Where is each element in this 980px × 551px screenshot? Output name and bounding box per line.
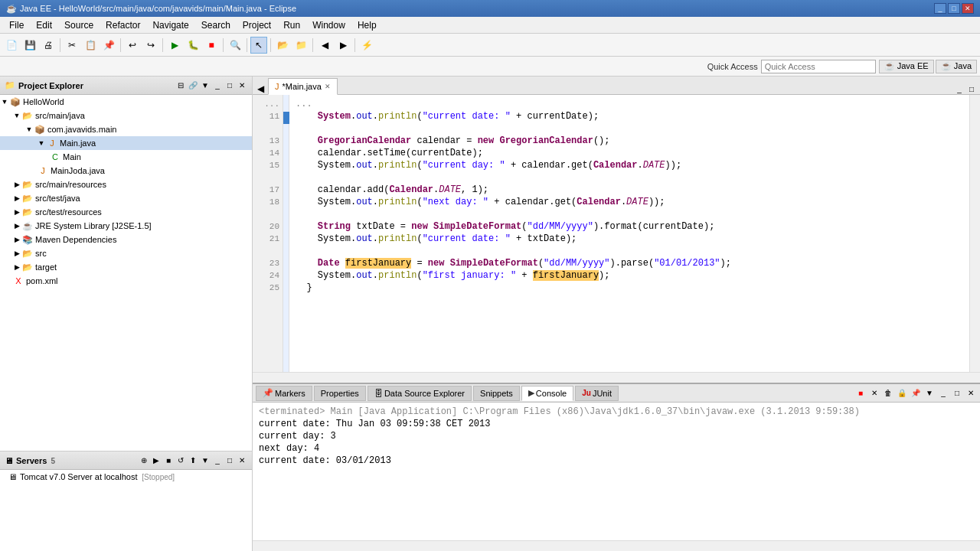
maximize-button[interactable]: □ [948, 3, 960, 14]
search-button[interactable]: 🔍 [227, 37, 243, 54]
tree-item-helloworld[interactable]: ▼ 📦 HelloWorld [0, 95, 252, 109]
tab-close-button[interactable]: ✕ [325, 83, 331, 90]
restart-server-button[interactable]: ↺ [175, 455, 186, 466]
save-button[interactable]: 💾 [21, 37, 38, 54]
prev-edit-button[interactable]: ◀ [316, 37, 333, 54]
collapse-all-button[interactable]: ⊟ [175, 80, 186, 91]
tree-item-com-javavids[interactable]: ▼ 📦 com.javavids.main [0, 122, 252, 136]
perspective-javaee[interactable]: ☕ Java EE [879, 60, 934, 73]
maximize-explorer-button[interactable]: □ [224, 80, 235, 91]
minimize-explorer-button[interactable]: _ [212, 80, 223, 91]
project-tree[interactable]: ▼ 📦 HelloWorld ▼ 📂 src/main/java ▼ 📦 [0, 95, 252, 451]
servers-menu-button[interactable]: ▼ [200, 455, 211, 466]
tree-item-pom[interactable]: X pom.xml [0, 274, 252, 288]
open-resource-button[interactable]: 📁 [292, 37, 309, 54]
explorer-menu-button[interactable]: ▼ [200, 80, 211, 91]
toggle-jre[interactable]: ▶ [12, 221, 21, 230]
menu-help[interactable]: Help [351, 17, 383, 34]
editor-back-button[interactable]: ◀ [253, 83, 268, 94]
tree-item-src-main-java[interactable]: ▼ 📂 src/main/java [0, 109, 252, 122]
toggle-maven[interactable]: ▶ [12, 235, 21, 244]
minimize-console-button[interactable]: _ [937, 387, 949, 399]
menu-source[interactable]: Source [58, 17, 100, 34]
toggle-src-main-resources[interactable]: ▶ [12, 180, 21, 189]
tree-item-src-test-resources[interactable]: ▶ 📂 src/test/resources [0, 205, 252, 219]
console-hscroll[interactable] [253, 540, 980, 551]
horizontal-scrollbar[interactable] [253, 372, 980, 383]
stop-server-button[interactable]: ■ [163, 455, 174, 466]
toggle-src-main-java[interactable]: ▼ [12, 111, 21, 120]
tree-item-src-main-resources[interactable]: ▶ 📂 src/main/resources [0, 178, 252, 191]
new-server-button[interactable]: ⊕ [139, 455, 149, 466]
toggle-com-javavids[interactable]: ▼ [24, 125, 34, 134]
clear-console-button[interactable]: 🗑 [882, 387, 894, 399]
print-button[interactable]: 🖨 [40, 37, 57, 54]
next-annot-button[interactable]: ⚡ [358, 37, 375, 54]
servers-tree[interactable]: 🖥 Tomcat v7.0 Server at localhost [Stopp… [0, 470, 252, 551]
toggle-main-java[interactable]: ▼ [37, 139, 46, 148]
server-tomcat[interactable]: 🖥 Tomcat v7.0 Server at localhost [Stopp… [0, 470, 252, 484]
close-button[interactable]: ✕ [962, 3, 974, 14]
toggle-helloworld[interactable]: ▼ [0, 97, 9, 106]
menu-search[interactable]: Search [195, 17, 237, 34]
tab-junit[interactable]: Ju JUnit [575, 386, 619, 401]
tab-main-java[interactable]: J *Main.java ✕ [268, 78, 338, 95]
run-button[interactable]: ▶ [166, 37, 183, 54]
tab-snippets[interactable]: Snippets [473, 386, 520, 401]
close-explorer-button[interactable]: ✕ [237, 80, 247, 91]
close-console-button[interactable]: ✕ [965, 387, 977, 399]
tree-item-main-class[interactable]: C Main [0, 150, 252, 164]
maximize-console-button[interactable]: □ [951, 387, 963, 399]
toggle-src-test-java[interactable]: ▶ [12, 194, 21, 203]
tab-console[interactable]: ▶ Console [521, 386, 573, 401]
cut-button[interactable]: ✂ [64, 37, 80, 54]
menu-navigate[interactable]: Navigate [146, 17, 194, 34]
next-edit-button[interactable]: ▶ [335, 37, 351, 54]
maximize-editor-button[interactable]: □ [966, 83, 977, 94]
publish-button[interactable]: ⬆ [188, 455, 198, 466]
terminate-button[interactable]: ■ [854, 387, 867, 399]
stop-button[interactable]: ■ [203, 37, 220, 54]
console-view-menu[interactable]: ▼ [923, 387, 936, 399]
redo-button[interactable]: ↪ [142, 37, 159, 54]
undo-button[interactable]: ↩ [124, 37, 141, 54]
window-controls[interactable]: _ □ ✕ [934, 3, 974, 14]
menu-file[interactable]: File [3, 17, 30, 34]
new-button[interactable]: 📄 [3, 37, 20, 54]
pin-button[interactable]: 📌 [910, 387, 922, 399]
toggle-src-test-resources[interactable]: ▶ [12, 207, 21, 217]
toggle-target[interactable]: ▶ [12, 262, 21, 272]
menu-edit[interactable]: Edit [30, 17, 58, 34]
start-server-button[interactable]: ▶ [151, 455, 162, 466]
minimize-servers-button[interactable]: _ [212, 455, 223, 466]
copy-button[interactable]: 📋 [82, 37, 99, 54]
tab-markers[interactable]: 📌 Markers [256, 386, 312, 401]
tab-datasource[interactable]: 🗄 Data Source Explorer [368, 386, 472, 401]
tab-properties[interactable]: Properties [314, 386, 366, 401]
close-servers-button[interactable]: ✕ [237, 455, 247, 466]
menu-window[interactable]: Window [306, 17, 351, 34]
quickaccess-input[interactable] [761, 60, 876, 73]
minimize-button[interactable]: _ [934, 3, 946, 14]
minimize-editor-button[interactable]: _ [954, 83, 965, 94]
tree-item-maven[interactable]: ▶ 📚 Maven Dependencies [0, 233, 252, 246]
open-type-button[interactable]: 📂 [274, 37, 291, 54]
tree-item-mainjoda[interactable]: J MainJoda.java [0, 164, 252, 178]
debug-button[interactable]: 🐛 [185, 37, 201, 54]
paste-button[interactable]: 📌 [100, 37, 117, 54]
menu-run[interactable]: Run [277, 17, 306, 34]
perspective-java[interactable]: ☕ Java [936, 60, 977, 73]
toggle-src[interactable]: ▶ [12, 249, 21, 258]
tree-item-main-java[interactable]: ▼ J Main.java [0, 136, 252, 150]
cursor-button[interactable]: ↖ [250, 37, 267, 54]
tree-item-src-test-java[interactable]: ▶ 📂 src/test/java [0, 191, 252, 205]
editor-scrollbar[interactable] [969, 95, 980, 372]
code-content-area[interactable]: ... System.out.println("current date: " … [289, 95, 969, 372]
link-editor-button[interactable]: 🔗 [188, 80, 198, 91]
menu-refactor[interactable]: Refactor [100, 17, 146, 34]
scroll-lock-button[interactable]: 🔒 [896, 387, 908, 399]
tree-item-jre[interactable]: ▶ ☕ JRE System Library [J2SE-1.5] [0, 219, 252, 233]
tree-item-src[interactable]: ▶ 📂 src [0, 246, 252, 260]
menu-project[interactable]: Project [237, 17, 277, 34]
maximize-servers-button[interactable]: □ [224, 455, 235, 466]
